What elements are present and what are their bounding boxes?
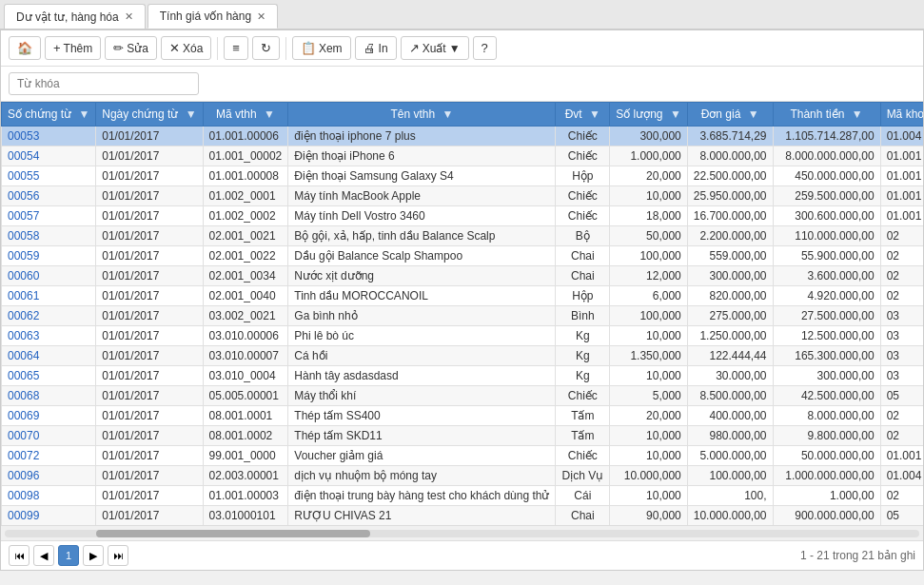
table-row[interactable]: 0005901/01/201702.001_0022Dầu gội Balanc… (2, 246, 924, 266)
table-row[interactable]: 0005801/01/201702.001_0021Bộ gội, xả, hấ… (2, 226, 924, 246)
table-cell: 08.001.0001 (203, 406, 288, 426)
table-cell: 02.001_0022 (203, 246, 288, 266)
hscroll-track[interactable] (5, 530, 919, 537)
print-button[interactable]: 🖨 In (355, 36, 397, 60)
col-so-luong[interactable]: Số lượng ▼ (610, 103, 688, 127)
table-row[interactable]: 0006401/01/201703.010.00007Cá hồiKg1.350… (2, 346, 924, 366)
filter-dvt-icon[interactable]: ▼ (589, 107, 600, 121)
table-cell: 4.920.000,00 (773, 286, 880, 306)
col-ten-vtth[interactable]: Tên vthh ▼ (288, 103, 556, 127)
search-input[interactable] (9, 72, 199, 95)
tab-tinh-gia-von-label: Tính giá vốn hàng (160, 10, 251, 23)
help-button[interactable]: ? (473, 36, 497, 60)
tab-tinh-gia-von[interactable]: Tính giá vốn hàng ✕ (147, 4, 278, 29)
table-cell: Thép tấm SKD11 (288, 426, 556, 446)
home-button[interactable]: 🏠 (9, 36, 41, 60)
toolbar: 🏠 + Thêm ✏ Sửa ✕ Xóa ≡ ↻ 📋 Xem 🖨 In (1, 30, 923, 67)
table-row[interactable]: 0006201/01/201703.002_0021Ga bình nhỏBìn… (2, 306, 924, 326)
table-cell: 2.200.000,00 (687, 226, 773, 246)
table-container[interactable]: Số chứng từ ▼ Ngày chứng từ ▼ Mã vthh ▼ … (1, 102, 923, 525)
add-button[interactable]: + Thêm (45, 36, 101, 60)
col-thanh-tien[interactable]: Thành tiền ▼ (773, 103, 880, 127)
table-row[interactable]: 0005701/01/201701.002_0002Máy tính Dell … (2, 206, 924, 226)
table-cell: 02.001_0021 (203, 226, 288, 246)
col-ngay-chung-tu[interactable]: Ngày chứng từ ▼ (96, 103, 203, 127)
table-cell: 3.685.714,29 (687, 127, 773, 146)
table-row[interactable]: 0009901/01/201703.01000101RƯỢU CHIVAS 21… (2, 506, 924, 526)
table-cell: 300.600.000,00 (773, 206, 880, 226)
first-page-button[interactable]: ⏮ (9, 545, 29, 566)
table-row[interactable]: 0006301/01/201703.010.00006Phi lê bò úcK… (2, 326, 924, 346)
table-cell: 00055 (2, 166, 96, 186)
table-row[interactable]: 0009801/01/201701.001.00003điện thoại tr… (2, 486, 924, 506)
menu-button[interactable]: ≡ (224, 36, 248, 60)
view-label: Xem (319, 42, 343, 55)
table-cell: Máy tính MacBook Apple (288, 186, 556, 206)
table-cell: 00099 (2, 506, 96, 526)
tab-du-vat-tu[interactable]: Dư vật tư, hàng hóa ✕ (4, 4, 146, 29)
table-cell: 01.004 (880, 127, 923, 146)
edit-button[interactable]: ✏ Sửa (105, 36, 157, 60)
table-row[interactable]: 0006001/01/201702.001_0034Nước xịt dưỡng… (2, 266, 924, 286)
table-cell: 8.000.000,00 (687, 146, 773, 166)
table-cell: 122.444,44 (687, 346, 773, 366)
table-cell: 02.001_0034 (203, 266, 288, 286)
col-ma-vtth[interactable]: Mã vthh ▼ (203, 103, 288, 127)
table-cell: Chiếc (556, 386, 610, 406)
col-don-gia[interactable]: Đơn giá ▼ (687, 103, 773, 127)
table-cell: 18,000 (610, 206, 688, 226)
filter-so-chung-tu-icon[interactable]: ▼ (78, 107, 89, 121)
tab-du-vat-tu-close[interactable]: ✕ (125, 10, 133, 23)
current-page[interactable]: 1 (58, 545, 79, 566)
page-info: 1 - 21 trong 21 bản ghi (800, 549, 915, 562)
table-cell: điện thoại iphone 7 plus (288, 127, 556, 146)
filter-don-gia-icon[interactable]: ▼ (748, 107, 759, 121)
hscroll-area[interactable] (1, 525, 923, 540)
last-page-button[interactable]: ⏭ (108, 545, 128, 566)
filter-ngay-icon[interactable]: ▼ (186, 107, 197, 121)
next-page-button[interactable]: ▶ (83, 545, 104, 566)
table-row[interactable]: 0006101/01/201702.001_0040Tinh dầu MOROC… (2, 286, 924, 306)
table-cell: 99.001_0000 (203, 446, 288, 466)
table-cell: 00053 (2, 127, 96, 146)
table-cell: 03.010_0004 (203, 366, 288, 386)
table-row[interactable]: 0007001/01/201708.001.0002Thép tấm SKD11… (2, 426, 924, 446)
table-cell: 01/01/2017 (96, 266, 203, 286)
col-dvt[interactable]: Đvt ▼ (556, 103, 610, 127)
table-row[interactable]: 0006801/01/201705.005.00001Máy thổi khíC… (2, 386, 924, 406)
table-cell: 25.950.000,00 (687, 186, 773, 206)
table-cell: 02.001_0040 (203, 286, 288, 306)
table-row[interactable]: 0005301/01/201701.001.00006điện thoại ip… (2, 127, 924, 146)
table-row[interactable]: 0007201/01/201799.001_0000Voucher giảm g… (2, 446, 924, 466)
filter-ma-vtth-icon[interactable]: ▼ (264, 107, 275, 121)
view-button[interactable]: 📋 Xem (292, 36, 351, 60)
sep1 (217, 37, 218, 60)
table-cell: 00068 (2, 386, 96, 406)
add-icon: + (53, 41, 61, 55)
col-ma-kho[interactable]: Mã kho ▼ (880, 103, 923, 127)
hscroll-thumb[interactable] (96, 530, 370, 537)
tab-tinh-gia-von-close[interactable]: ✕ (257, 10, 265, 23)
table-cell: 16.700.000,00 (687, 206, 773, 226)
export-button[interactable]: ↗ Xuất ▼ (401, 36, 469, 60)
table-cell: Dịch Vụ (556, 466, 610, 486)
table-cell: Chiếc (556, 446, 610, 466)
table-cell: 10,000 (610, 326, 688, 346)
table-row[interactable]: 0006501/01/201703.010_0004Hành tây asdas… (2, 366, 924, 386)
filter-ten-vtth-icon[interactable]: ▼ (442, 107, 453, 121)
table-row[interactable]: 0009601/01/201702.003.00001dịch vụ nhuộm… (2, 466, 924, 486)
table-row[interactable]: 0005501/01/201701.001.00008Điện thoại Sa… (2, 166, 924, 186)
filter-thanh-tien-icon[interactable]: ▼ (852, 107, 863, 121)
table-cell: 820.000,00 (687, 286, 773, 306)
delete-button[interactable]: ✕ Xóa (161, 36, 211, 60)
refresh-button[interactable]: ↻ (252, 36, 280, 60)
table-cell: 05 (880, 386, 923, 406)
filter-so-luong-icon[interactable]: ▼ (670, 107, 681, 121)
table-row[interactable]: 0006901/01/201708.001.0001Thép tấm SS400… (2, 406, 924, 426)
prev-page-button[interactable]: ◀ (33, 545, 54, 566)
table-row[interactable]: 0005601/01/201701.002_0001Máy tính MacBo… (2, 186, 924, 206)
table-cell: 01.002_0001 (203, 186, 288, 206)
table-row[interactable]: 0005401/01/201701.001_00002Điện thoại iP… (2, 146, 924, 166)
col-so-chung-tu[interactable]: Số chứng từ ▼ (2, 103, 96, 127)
table-cell: 01/01/2017 (96, 246, 203, 266)
